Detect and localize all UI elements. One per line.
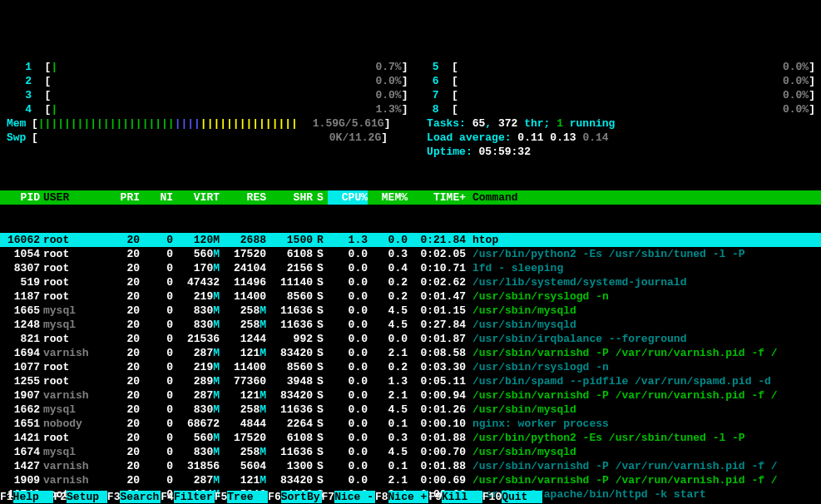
cpu-meter-6: 6 [0.0%]: [414, 74, 822, 88]
table-row[interactable]: 1662mysql200830M258M11636S0.04.50:01.26/…: [0, 403, 821, 417]
table-row[interactable]: 1421root200560M175206108S0.00.30:01.88/u…: [0, 431, 821, 445]
hdr-pid[interactable]: PID: [0, 190, 40, 205]
fn-f2[interactable]: F2Setup: [53, 490, 106, 504]
header-meters: 1 [|0.7%] 2 [0.0%] 3 [0.0%] 4 [|1.3%]Mem…: [0, 57, 821, 162]
process-table-header[interactable]: PID USER PRI NI VIRT RES SHR S CPU% MEM%…: [0, 190, 821, 205]
fn-f7[interactable]: F7Nice -: [322, 490, 375, 504]
table-row[interactable]: 1665mysql200830M258M11636S0.04.50:01.15/…: [0, 304, 821, 318]
hdr-mem[interactable]: MEM%: [368, 190, 408, 205]
right-meters: 5 [0.0%]6 [0.0%]7 [0.0%]8 [0.0%] Tasks: …: [414, 60, 822, 159]
table-row[interactable]: 8307root200170M241042156S0.00.40:10.71lf…: [0, 261, 821, 275]
hdr-cmd[interactable]: Command: [467, 190, 821, 205]
hdr-virt[interactable]: VIRT: [173, 190, 220, 205]
table-row[interactable]: 1674mysql200830M258M11636S0.04.50:00.70/…: [0, 445, 821, 459]
cpu-meter-4: 4 [|1.3%]: [7, 102, 414, 116]
hdr-user[interactable]: USER: [40, 190, 106, 205]
table-row[interactable]: 1694varnish200287M121M83420S0.02.10:08.5…: [0, 346, 821, 360]
table-row[interactable]: 1054root200560M175206108S0.00.30:02.05/u…: [0, 247, 821, 261]
fn-f5[interactable]: F5Tree: [215, 490, 268, 504]
cpu-meter-3: 3 [0.0%]: [7, 88, 414, 102]
fn-f8[interactable]: F8Nice +: [375, 490, 428, 504]
cpu-meter-8: 8 [0.0%]: [414, 102, 822, 116]
fn-f1[interactable]: F1Help: [0, 490, 53, 504]
cpu-meter-5: 5 [0.0%]: [414, 60, 822, 74]
table-row[interactable]: 1187root200219M114008560S0.00.20:01.47/u…: [0, 289, 821, 304]
function-key-bar: F1Help F2Setup F3SearchF4FilterF5Tree F6…: [0, 490, 821, 504]
hdr-shr[interactable]: SHR: [266, 190, 313, 205]
table-row[interactable]: 16062root200120M26881500R1.30.00:21.84ht…: [0, 233, 821, 247]
process-table-body: 16062root200120M26881500R1.30.00:21.84ht…: [0, 233, 821, 504]
table-row[interactable]: 1077root200219M114008560S0.00.20:03.30/u…: [0, 360, 821, 374]
tasks-line: Tasks: 65, 372 thr; 1 running: [414, 116, 822, 131]
hdr-ni[interactable]: NI: [140, 190, 173, 205]
table-row[interactable]: 1255root200289M773603948S0.01.30:05.11/u…: [0, 374, 821, 388]
fn-f10[interactable]: F10Quit: [482, 490, 542, 504]
fn-f3[interactable]: F3Search: [107, 490, 161, 504]
hdr-res[interactable]: RES: [220, 190, 266, 205]
uptime-line: Uptime: 05:59:32: [414, 145, 822, 159]
mem-meter: Mem[||||||||||||||||||||||||||||||||||||…: [7, 116, 414, 131]
hdr-pri[interactable]: PRI: [106, 190, 140, 205]
cpu-meter-2: 2 [0.0%]: [7, 74, 414, 88]
table-row[interactable]: 1248mysql200830M258M11636S0.04.50:27.84/…: [0, 318, 821, 332]
table-row[interactable]: 1909varnish200287M121M83420S0.02.10:00.6…: [0, 473, 821, 487]
cpu-meter-1: 1 [|0.7%]: [7, 60, 414, 74]
hdr-s[interactable]: S: [313, 190, 328, 205]
table-row[interactable]: 519root200474321149611140S0.00.20:02.62/…: [0, 275, 821, 289]
table-row[interactable]: 1651nobody2006867248442264S0.00.10:00.10…: [0, 417, 821, 431]
swp-meter: Swp[0K/11.2G]: [7, 131, 414, 145]
left-meters: 1 [|0.7%] 2 [0.0%] 3 [0.0%] 4 [|1.3%]Mem…: [7, 60, 414, 159]
fn-f9[interactable]: F9Kill: [428, 490, 482, 504]
hdr-cpu[interactable]: CPU%: [328, 190, 368, 205]
fn-f4[interactable]: F4Filter: [161, 490, 214, 504]
table-row[interactable]: 1907varnish200287M121M83420S0.02.10:00.9…: [0, 388, 821, 403]
table-row[interactable]: 821root200215361244992S0.00.00:01.87/usr…: [0, 332, 821, 346]
fn-f6[interactable]: F6SortBy: [268, 490, 321, 504]
table-row[interactable]: 1427varnish2003185656041300S0.00.10:01.8…: [0, 459, 821, 473]
hdr-time[interactable]: TIME+: [408, 190, 467, 205]
load-line: Load average: 0.11 0.13 0.14: [414, 131, 822, 145]
cpu-meter-7: 7 [0.0%]: [414, 88, 822, 102]
